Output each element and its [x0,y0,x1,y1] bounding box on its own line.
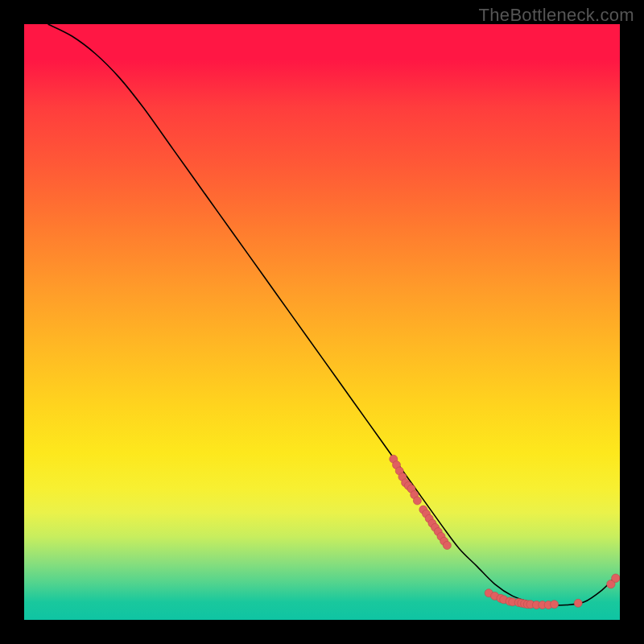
chart-curve [48,24,614,605]
chart-container: TheBottleneck.com [0,0,644,644]
watermark-label: TheBottleneck.com [479,5,634,26]
data-point [413,497,421,505]
plot-area [24,24,620,620]
data-point [612,574,620,582]
data-point [551,601,559,609]
data-point [574,599,582,607]
data-point [443,542,451,550]
chart-points [390,455,620,609]
chart-overlay-svg [24,24,620,620]
